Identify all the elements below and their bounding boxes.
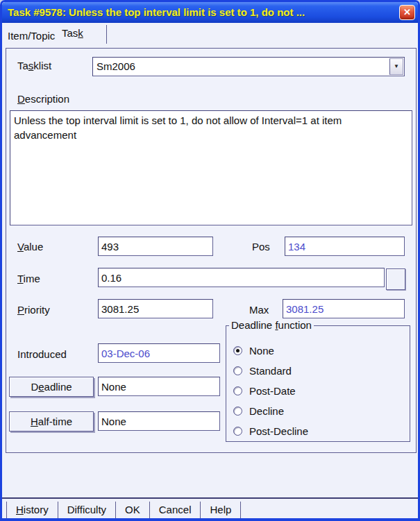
half-time-input[interactable]	[98, 411, 220, 431]
description-textarea[interactable]: Unless the top interval limit is set to …	[10, 110, 412, 225]
tab-item-topic-label: Item/Topic	[8, 30, 55, 42]
radio-label: Standard	[249, 365, 292, 377]
ok-button[interactable]: OK	[116, 500, 149, 520]
tab-task-label: Task	[62, 27, 83, 39]
pos-label: Pos	[252, 241, 270, 253]
tab-divider	[106, 25, 107, 44]
bottom-toolbar: History Difficulty OK Cancel Help	[2, 499, 418, 520]
radio-icon[interactable]	[233, 407, 242, 416]
cancel-button[interactable]: Cancel	[150, 500, 201, 520]
time-label: Time	[17, 273, 40, 284]
tab-bar: Item/Topic Task	[2, 23, 418, 48]
radio-option-decline[interactable]: Decline	[233, 404, 284, 417]
close-icon[interactable]: ✕	[399, 5, 415, 20]
time-spin-button[interactable]	[386, 268, 405, 290]
radio-label: Post-Date	[249, 385, 296, 397]
max-label: Max	[249, 304, 269, 316]
deadline-function-group: Deadline function None Standard Post-Dat…	[226, 325, 410, 442]
pos-input[interactable]	[285, 237, 405, 256]
radio-option-post-decline[interactable]: Post-Decline	[233, 425, 308, 437]
description-label: Description	[17, 93, 69, 105]
tab-item-topic[interactable]: Item/Topic	[8, 30, 55, 42]
help-button[interactable]: Help	[201, 500, 240, 520]
deadline-button[interactable]: Deadline	[9, 377, 94, 397]
priority-label: Priority	[17, 304, 50, 316]
tasklist-label: Tasklist	[17, 60, 51, 71]
window-title: Task #9578: Unless the top interval limi…	[8, 2, 394, 23]
introduced-input[interactable]	[98, 343, 220, 363]
radio-icon[interactable]	[233, 346, 242, 355]
radio-option-none[interactable]: None	[233, 344, 274, 357]
radio-icon[interactable]	[233, 427, 242, 436]
radio-option-standard[interactable]: Standard	[233, 364, 292, 377]
radio-label: Decline	[249, 405, 284, 417]
titlebar[interactable]: Task #9578: Unless the top interval limi…	[2, 2, 418, 23]
radio-option-post-date[interactable]: Post-Date	[233, 384, 296, 397]
task-dialog-window: Task #9578: Unless the top interval limi…	[0, 0, 420, 521]
time-input[interactable]	[98, 268, 385, 287]
priority-input[interactable]	[98, 299, 213, 318]
max-input[interactable]	[283, 299, 405, 318]
half-time-button[interactable]: Half-time	[9, 411, 94, 432]
radio-label: None	[249, 345, 274, 357]
chevron-down-icon[interactable]: ▼	[389, 58, 403, 75]
value-input[interactable]	[98, 237, 213, 256]
difficulty-button[interactable]: Difficulty	[58, 500, 115, 520]
deadline-function-legend: Deadline function	[229, 319, 314, 331]
tasklist-dropdown[interactable]: Sm2006 ▼	[92, 57, 405, 76]
radio-label: Post-Decline	[249, 425, 308, 437]
toolbar-separator	[240, 502, 241, 518]
tasklist-selected-value: Sm2006	[96, 58, 135, 76]
radio-icon[interactable]	[233, 366, 242, 375]
deadline-input[interactable]	[98, 377, 220, 396]
radio-icon[interactable]	[233, 386, 242, 395]
introduced-label: Introduced	[17, 348, 67, 360]
history-button[interactable]: History	[7, 500, 58, 520]
tab-task[interactable]: Task	[62, 27, 83, 39]
value-label: Value	[17, 241, 43, 253]
